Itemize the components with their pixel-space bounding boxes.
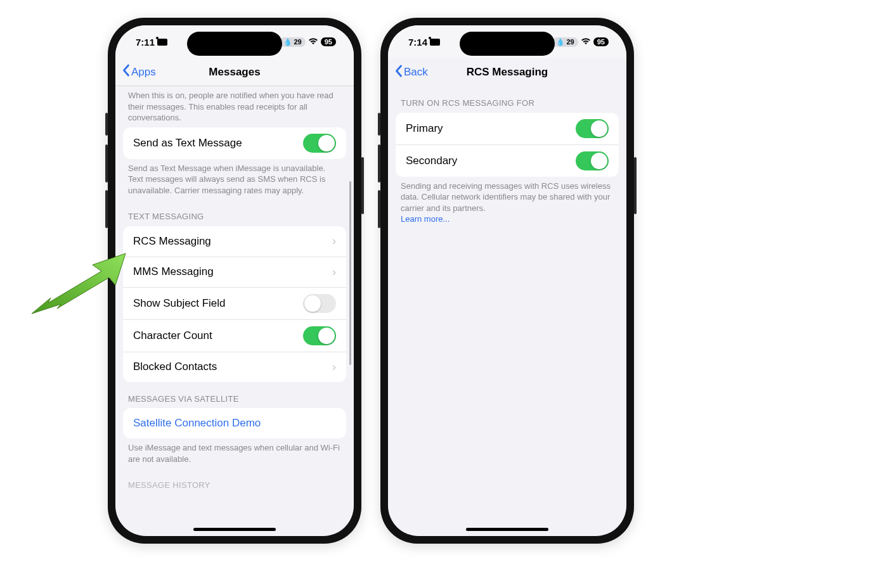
nav-bar: Back RCS Messaging: [388, 58, 626, 86]
widget-weather: 💧29: [280, 37, 306, 47]
back-label: Back: [404, 66, 428, 79]
widget-weather: 💧29: [552, 37, 578, 47]
send-as-text-label: Send as Text Message: [133, 137, 242, 150]
secondary-toggle[interactable]: [576, 151, 609, 170]
back-button[interactable]: Back: [394, 65, 428, 80]
message-history-header: MESSAGE HISTORY: [115, 468, 354, 495]
status-time: 7:14: [408, 37, 427, 48]
primary-row[interactable]: Primary: [396, 113, 619, 144]
read-receipts-footer: When this is on, people are notified whe…: [115, 86, 354, 127]
mms-messaging-label: MMS Messaging: [133, 265, 214, 278]
status-time: 7:11: [136, 37, 155, 48]
text-messaging-header: TEXT MESSAGING: [115, 200, 354, 226]
dynamic-island: [460, 32, 555, 56]
chevron-left-icon: [122, 64, 130, 80]
chevron-left-icon: [394, 65, 403, 80]
primary-toggle[interactable]: [576, 119, 609, 138]
mms-messaging-row[interactable]: MMS Messaging ›: [123, 257, 346, 287]
secondary-label: Secondary: [406, 155, 457, 167]
character-count-label: Character Count: [133, 329, 212, 342]
wifi-icon: [308, 37, 318, 47]
dynamic-island: [187, 32, 282, 56]
rcs-messaging-row[interactable]: RCS Messaging ›: [123, 226, 346, 257]
focus-sleep-icon: [157, 39, 167, 46]
back-label: Apps: [131, 66, 156, 79]
page-title: Messages: [209, 66, 260, 79]
secondary-row[interactable]: Secondary: [396, 144, 619, 177]
send-as-text-footer: Send as Text Message when iMessage is un…: [115, 159, 354, 200]
primary-label: Primary: [406, 122, 443, 135]
phone-messages: 7:11 ☕ 💧29 95 Apps Messages Whe: [108, 18, 361, 544]
character-count-toggle[interactable]: [303, 326, 336, 345]
show-subject-row[interactable]: Show Subject Field: [123, 287, 346, 319]
rcs-messaging-label: RCS Messaging: [133, 235, 211, 248]
chevron-right-icon: ›: [332, 265, 336, 279]
settings-content[interactable]: TURN ON RCS MESSAGING FOR Primary Second…: [388, 86, 626, 536]
blocked-contacts-label: Blocked Contacts: [133, 361, 217, 373]
back-button[interactable]: Apps: [122, 64, 156, 80]
focus-sleep-icon: [430, 39, 440, 46]
wifi-icon: [581, 37, 591, 47]
satellite-demo-label: Satellite Connection Demo: [133, 417, 261, 430]
battery-badge: 95: [593, 37, 609, 46]
settings-content[interactable]: When this is on, people are notified whe…: [115, 86, 354, 536]
home-indicator[interactable]: [466, 528, 548, 531]
scrollbar[interactable]: [349, 181, 351, 365]
show-subject-label: Show Subject Field: [133, 297, 226, 310]
chevron-right-icon: ›: [332, 361, 336, 374]
phone-rcs: 7:14 ☕ 💧29 95 Back RCS Messaging: [380, 18, 634, 544]
show-subject-toggle[interactable]: [303, 294, 336, 313]
satellite-footer: Use iMessage and text messages when cell…: [115, 438, 354, 468]
chevron-right-icon: ›: [332, 234, 336, 248]
learn-more-link[interactable]: Learn more...: [401, 214, 450, 224]
home-indicator[interactable]: [193, 528, 276, 531]
character-count-row[interactable]: Character Count: [123, 319, 346, 352]
rcs-section-header: TURN ON RCS MESSAGING FOR: [388, 86, 626, 113]
satellite-header: MESSAGES VIA SATELLITE: [115, 382, 354, 409]
page-title: RCS Messaging: [467, 66, 548, 79]
battery-badge: 95: [321, 37, 336, 46]
blocked-contacts-row[interactable]: Blocked Contacts ›: [123, 352, 346, 382]
send-as-text-toggle[interactable]: [303, 134, 336, 153]
send-as-text-row[interactable]: Send as Text Message: [123, 127, 346, 159]
satellite-demo-row[interactable]: Satellite Connection Demo: [123, 408, 346, 438]
nav-bar: Apps Messages: [115, 58, 354, 86]
rcs-footer: Sending and receiving messages with RCS …: [388, 177, 626, 229]
